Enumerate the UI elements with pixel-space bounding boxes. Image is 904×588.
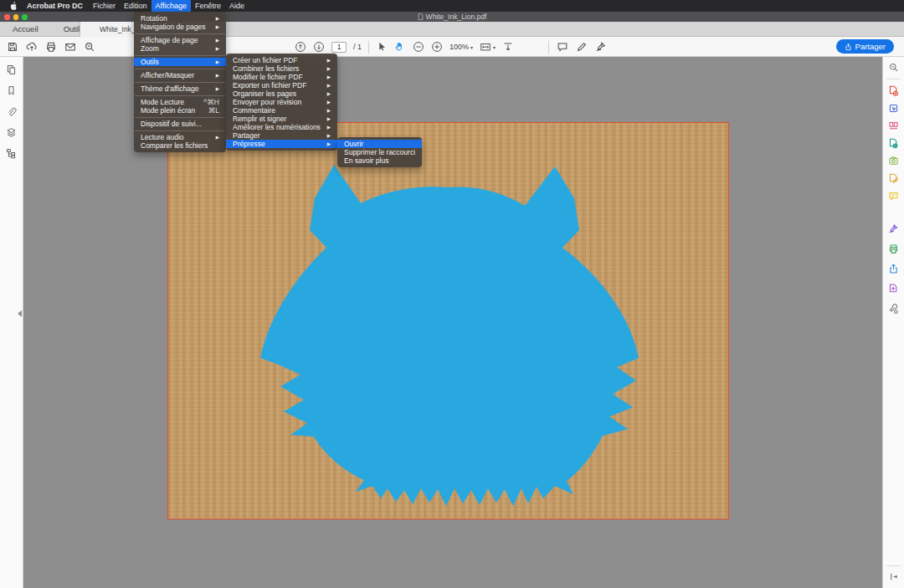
rail-divider	[886, 565, 901, 566]
search-button[interactable]	[84, 41, 95, 53]
menu-item-mode-plein-ecran[interactable]: Mode plein écran⌘L	[134, 106, 226, 115]
menu-item-prepresse[interactable]: Prépresse▶	[226, 140, 337, 148]
tool-customize-button[interactable]	[883, 299, 904, 319]
more-tools-icon	[888, 284, 899, 294]
tool-export-pdf-button[interactable]	[883, 100, 904, 117]
tool-combine-files-button[interactable]	[883, 135, 904, 152]
menu-item-creer-un-fichier-pdf[interactable]: Créer un fichier PDF▶	[226, 56, 337, 64]
signature-pen-icon	[595, 41, 607, 53]
submenu-arrow-icon: ▶	[327, 58, 331, 63]
menu-item-dispositif-de-suivi[interactable]: Dispositif de suivi...	[134, 120, 226, 128]
tool-more-tools-button[interactable]	[883, 279, 904, 299]
menu-item-outils[interactable]: Outils▶	[134, 58, 226, 66]
tab-accueil[interactable]: Accueil	[0, 22, 51, 37]
comment-tool-button[interactable]	[557, 41, 568, 53]
menu-item-theme-affichage[interactable]: Thème d'affichage▶	[134, 84, 226, 93]
zoom-window-button[interactable]	[22, 14, 28, 20]
tool-search-button[interactable]	[883, 59, 904, 76]
menubar-item-aide[interactable]: Aide	[225, 0, 249, 12]
tool-organize-pages-button[interactable]	[883, 117, 904, 135]
menu-separator	[135, 82, 225, 83]
zoom-in-button[interactable]	[431, 41, 443, 53]
menu-item-modifier-le-fichier-pdf[interactable]: Modifier le fichier PDF▶	[226, 73, 337, 81]
menubar-item-affichage[interactable]: Affichage	[152, 0, 191, 12]
prepresse-submenu: Ouvrir Supprimer le raccourci En savoir …	[337, 137, 422, 167]
affichage-menu: Rotation▶ Navigation de pages▶ Affichage…	[134, 12, 226, 152]
tool-comment-button[interactable]	[883, 187, 904, 205]
menu-item-ameliorer-les-numerisations[interactable]: Améliorer les numérisations▶	[226, 123, 337, 131]
expand-tools-pane-handle[interactable]	[883, 572, 904, 581]
menu-item-zoom[interactable]: Zoom▶	[134, 44, 226, 53]
fill-sign-button[interactable]	[595, 41, 607, 53]
submenu-arrow-icon: ▶	[327, 83, 331, 88]
tool-print-production-button[interactable]	[883, 238, 904, 258]
page-number-input[interactable]	[331, 42, 347, 53]
menu-item-combiner-les-fichiers[interactable]: Combiner les fichiers▶	[226, 64, 337, 73]
save-button[interactable]	[7, 41, 18, 53]
previous-page-button[interactable]	[295, 41, 306, 53]
apple-menu-icon[interactable]	[8, 2, 18, 11]
tool-create-pdf-button[interactable]	[883, 82, 904, 100]
select-tool-button[interactable]	[376, 41, 388, 53]
zoom-out-button[interactable]	[413, 41, 424, 53]
zoom-level-dropdown[interactable]: 100%▾	[449, 43, 473, 51]
menu-separator	[135, 33, 225, 34]
submenu-arrow-icon: ▶	[216, 73, 219, 78]
attachments-button[interactable]	[0, 101, 23, 122]
collapse-left-pane-handle[interactable]	[18, 310, 22, 317]
menu-item-partager[interactable]: Partager▶	[226, 131, 337, 140]
menu-item-affichage-de-page[interactable]: Affichage de page▶	[134, 36, 226, 44]
menu-item-exporter-un-fichier-pdf[interactable]: Exporter un fichier PDF▶	[226, 81, 337, 89]
menubar-item-edition[interactable]: Edition	[120, 0, 152, 12]
menu-item-commentaire[interactable]: Commentaire▶	[226, 106, 337, 115]
close-window-button[interactable]	[4, 14, 10, 20]
tool-edit-pdf-button[interactable]	[883, 170, 904, 187]
menubar: Acrobat Pro DC Fichier Edition Affichage…	[0, 0, 904, 12]
minimize-window-button[interactable]	[13, 14, 19, 20]
layers-button[interactable]	[0, 122, 23, 143]
print-button[interactable]	[45, 41, 57, 53]
email-button[interactable]	[64, 41, 76, 53]
tool-fill-sign-button[interactable]	[883, 218, 904, 238]
share-button[interactable]: Partager	[836, 39, 894, 54]
submenu-arrow-icon: ▶	[327, 74, 331, 79]
page-thumbnails-button[interactable]	[0, 59, 23, 80]
shortcut-label: ⌘L	[208, 106, 219, 115]
menu-item-supprimer-le-raccourci[interactable]: Supprimer le raccourci	[337, 148, 422, 156]
hand-tool-button[interactable]	[394, 41, 406, 53]
bookmarks-button[interactable]	[0, 80, 23, 101]
submenu-arrow-icon: ▶	[327, 91, 331, 96]
menu-item-organiser-les-pages[interactable]: Organiser les pages▶	[226, 89, 337, 98]
content-tags-button[interactable]	[0, 143, 23, 164]
submenu-arrow-icon: ▶	[216, 135, 219, 140]
wrench-icon	[888, 304, 899, 314]
menubar-item-fichier[interactable]: Fichier	[89, 0, 120, 12]
menu-item-ouvrir[interactable]: Ouvrir	[337, 140, 422, 148]
fit-width-dropdown[interactable]: ▾	[480, 41, 496, 53]
print-icon	[45, 41, 57, 53]
menu-item-lecture-audio[interactable]: Lecture audio▶	[134, 133, 226, 141]
upload-document-button[interactable]	[26, 41, 38, 53]
menu-item-rotation[interactable]: Rotation▶	[134, 14, 226, 23]
cloud-upload-icon	[26, 41, 38, 53]
next-page-button[interactable]	[313, 41, 325, 53]
menu-item-navigation-de-pages[interactable]: Navigation de pages▶	[134, 23, 226, 31]
highlight-pen-button[interactable]	[576, 41, 588, 53]
page-thumbnails-icon	[6, 64, 17, 75]
tool-send-track-button[interactable]	[883, 258, 904, 279]
menubar-app-name[interactable]: Acrobat Pro DC	[23, 0, 87, 12]
rail-divider	[886, 79, 901, 79]
submenu-arrow-icon: ▶	[327, 116, 331, 121]
menu-item-en-savoir-plus[interactable]: En savoir plus	[337, 156, 422, 165]
menu-item-remplir-et-signer[interactable]: Remplir et signer▶	[226, 115, 337, 123]
lion-silhouette	[260, 165, 639, 507]
menu-item-afficher-masquer[interactable]: Afficher/Masquer▶	[134, 71, 226, 79]
arrow-down-circle-icon	[313, 41, 325, 53]
page-count-label: / 1	[353, 43, 362, 51]
menu-item-comparer-les-fichiers[interactable]: Comparer les fichiers	[134, 141, 226, 150]
tool-enhance-scans-button[interactable]	[883, 152, 904, 170]
menu-item-envoyer-pour-revision[interactable]: Envoyer pour révision▶	[226, 98, 337, 106]
page-display-button[interactable]	[502, 41, 514, 53]
menu-item-mode-lecture[interactable]: Mode Lecture^⌘H	[134, 98, 226, 106]
menubar-item-fenetre[interactable]: Fenêtre	[191, 0, 225, 12]
